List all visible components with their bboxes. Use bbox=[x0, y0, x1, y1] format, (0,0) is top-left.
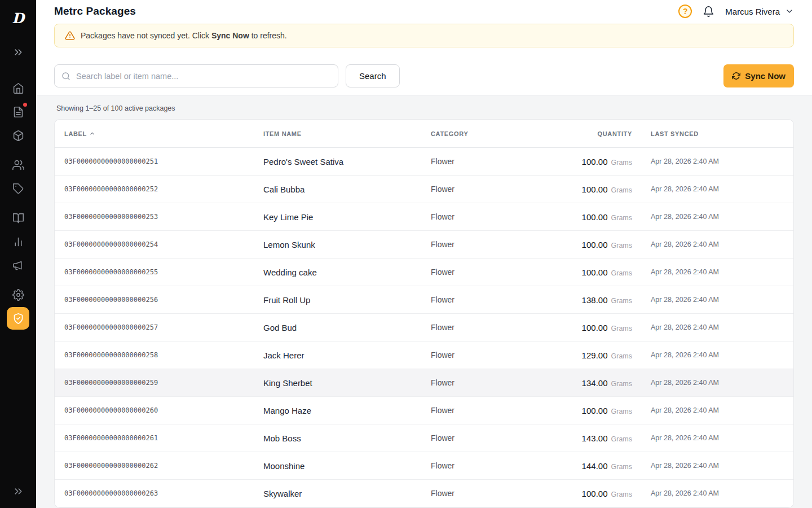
quantity: 100.00 Grams bbox=[564, 406, 632, 415]
quantity-unit: Grams bbox=[611, 463, 633, 471]
users-icon bbox=[12, 159, 24, 171]
quantity-value: 100.00 bbox=[582, 406, 608, 415]
last-synced: Apr 28, 2026 2:40 AM bbox=[632, 406, 785, 414]
sidebar-item-discounts[interactable] bbox=[7, 177, 29, 200]
quantity-unit: Grams bbox=[611, 325, 633, 332]
last-synced: Apr 28, 2026 2:40 AM bbox=[632, 240, 785, 248]
item-name: Jack Herer bbox=[263, 351, 431, 360]
quantity: 100.00 Grams bbox=[564, 489, 632, 498]
last-synced: Apr 28, 2026 2:40 AM bbox=[632, 462, 785, 470]
search-input[interactable] bbox=[54, 64, 338, 87]
quantity-unit: Grams bbox=[611, 380, 633, 388]
sidebar-item-settings[interactable] bbox=[7, 283, 29, 306]
column-header-item-name[interactable]: ITEM NAME bbox=[263, 130, 431, 137]
category: Flower bbox=[431, 489, 564, 498]
quantity: 138.00 Grams bbox=[564, 295, 632, 305]
quantity-value: 100.00 bbox=[582, 157, 608, 167]
table-row[interactable]: 03F00000000000000000256 Fruit Roll Up Fl… bbox=[55, 286, 793, 314]
search-field-wrap bbox=[54, 64, 338, 87]
sync-now-label: Sync Now bbox=[745, 71, 785, 81]
quantity: 100.00 Grams bbox=[564, 157, 632, 167]
table-header-row: LABEL ITEM NAME CATEGORY QUANTITY LAST S… bbox=[55, 120, 793, 148]
quantity-unit: Grams bbox=[611, 186, 633, 194]
quantity-unit: Grams bbox=[611, 491, 633, 498]
last-synced: Apr 28, 2026 2:40 AM bbox=[632, 157, 785, 165]
quantity-unit: Grams bbox=[611, 159, 633, 167]
sidebar-item-compliance[interactable] bbox=[7, 307, 29, 330]
table-row[interactable]: 03F00000000000000000257 God Bud Flower 1… bbox=[55, 314, 793, 341]
column-header-quantity[interactable]: QUANTITY bbox=[564, 130, 632, 137]
quantity: 100.00 Grams bbox=[564, 323, 632, 332]
last-synced: Apr 28, 2026 2:40 AM bbox=[632, 213, 785, 221]
sidebar-collapse-button[interactable] bbox=[7, 480, 29, 502]
category: Flower bbox=[431, 433, 564, 443]
sidebar-expand-button[interactable] bbox=[7, 41, 29, 63]
main-content: Metrc Packages ? Marcus Rivera Packages … bbox=[36, 0, 812, 508]
quantity-unit: Grams bbox=[611, 214, 633, 222]
banner-action-text: Sync Now bbox=[211, 31, 249, 40]
table-row[interactable]: 03F00000000000000000253 Key Lime Pie Flo… bbox=[55, 203, 793, 231]
notifications-button[interactable] bbox=[703, 6, 714, 17]
item-name: Key Lime Pie bbox=[263, 212, 431, 222]
sidebar-item-marketing[interactable] bbox=[7, 254, 29, 277]
table-row[interactable]: 03F00000000000000000254 Lemon Skunk Flow… bbox=[55, 231, 793, 259]
package-label: 03F00000000000000000263 bbox=[64, 489, 263, 497]
table-row[interactable]: 03F00000000000000000252 Cali Bubba Flowe… bbox=[55, 176, 793, 203]
table-row[interactable]: 03F00000000000000000258 Jack Herer Flowe… bbox=[55, 341, 793, 369]
package-label: 03F00000000000000000252 bbox=[64, 185, 263, 193]
search-button[interactable]: Search bbox=[346, 64, 400, 87]
package-label: 03F00000000000000000261 bbox=[64, 434, 263, 442]
item-name: God Bud bbox=[263, 323, 431, 332]
sidebar-item-catalog[interactable] bbox=[7, 207, 29, 229]
sidebar-item-orders[interactable] bbox=[7, 100, 29, 123]
last-synced: Apr 28, 2026 2:40 AM bbox=[632, 379, 785, 387]
last-synced: Apr 28, 2026 2:40 AM bbox=[632, 489, 785, 497]
quantity-value: 129.00 bbox=[582, 351, 608, 360]
shield-icon bbox=[12, 313, 24, 325]
app-logo[interactable]: D bbox=[0, 0, 36, 36]
sync-warning-banner: Packages have not synced yet. Click Sync… bbox=[54, 24, 794, 47]
table-row[interactable]: 03F00000000000000000259 King Sherbet Flo… bbox=[55, 369, 793, 397]
quantity-value: 144.00 bbox=[582, 461, 608, 471]
table-row[interactable]: 03F00000000000000000251 Pedro's Sweet Sa… bbox=[55, 148, 793, 176]
sync-now-button[interactable]: Sync Now bbox=[723, 64, 794, 87]
table-row[interactable]: 03F00000000000000000255 Wedding cake Flo… bbox=[55, 259, 793, 286]
toolbar: Search Sync Now bbox=[54, 64, 794, 87]
item-name: King Sherbet bbox=[263, 378, 431, 388]
column-header-last-synced[interactable]: LAST SYNCED bbox=[632, 130, 785, 137]
quantity-value: 100.00 bbox=[582, 240, 608, 249]
sidebar-item-home[interactable] bbox=[7, 77, 29, 99]
category: Flower bbox=[431, 240, 564, 249]
item-name: Moonshine bbox=[263, 461, 431, 471]
package-label: 03F00000000000000000254 bbox=[64, 240, 263, 248]
packages-table: LABEL ITEM NAME CATEGORY QUANTITY LAST S… bbox=[54, 119, 794, 508]
chevron-down-icon bbox=[785, 7, 794, 16]
table-row[interactable]: 03F00000000000000000262 Moonshine Flower… bbox=[55, 452, 793, 480]
sort-asc-icon bbox=[89, 130, 95, 137]
item-name: Lemon Skunk bbox=[263, 240, 431, 249]
category: Flower bbox=[431, 323, 564, 332]
user-menu[interactable]: Marcus Rivera bbox=[725, 7, 794, 16]
table-body: 03F00000000000000000251 Pedro's Sweet Sa… bbox=[55, 148, 793, 507]
sidebar-item-reports[interactable] bbox=[7, 230, 29, 253]
last-synced: Apr 28, 2026 2:40 AM bbox=[632, 434, 785, 442]
table-row[interactable]: 03F00000000000000000260 Mango Haze Flowe… bbox=[55, 397, 793, 424]
column-header-label[interactable]: LABEL bbox=[64, 130, 263, 137]
toolbar-section: Packages have not synced yet. Click Sync… bbox=[36, 23, 812, 95]
item-name: Mob Boss bbox=[263, 433, 431, 443]
help-icon[interactable]: ? bbox=[678, 5, 692, 18]
sidebar: D bbox=[0, 0, 36, 508]
item-name: Fruit Roll Up bbox=[263, 295, 431, 305]
category: Flower bbox=[431, 185, 564, 194]
category: Flower bbox=[431, 295, 564, 304]
table-row[interactable]: 03F00000000000000000261 Mob Boss Flower … bbox=[55, 424, 793, 452]
quantity-unit: Grams bbox=[611, 297, 633, 305]
sidebar-item-customers[interactable] bbox=[7, 154, 29, 176]
bell-icon bbox=[703, 6, 714, 17]
sidebar-item-packages[interactable] bbox=[7, 124, 29, 147]
search-icon bbox=[61, 72, 70, 81]
orders-document-icon bbox=[12, 106, 24, 118]
column-header-category[interactable]: CATEGORY bbox=[431, 130, 564, 137]
table-row[interactable]: 03F00000000000000000263 Skywalker Flower… bbox=[55, 480, 793, 507]
package-label: 03F00000000000000000258 bbox=[64, 351, 263, 359]
